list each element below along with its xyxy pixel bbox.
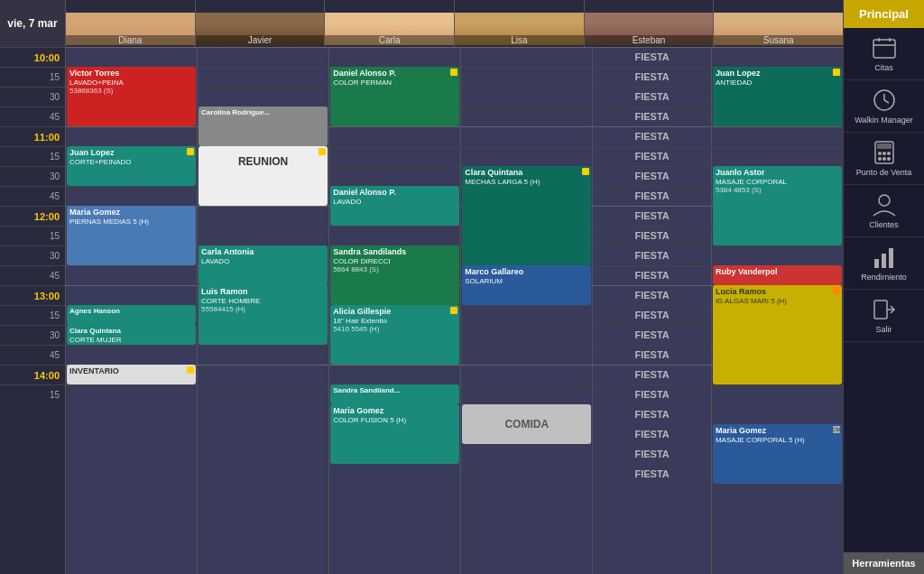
sidebar-item-walkin[interactable]: Walkin Manager	[844, 80, 924, 133]
lane-diana: Victor Torres LAVADO+PEINA 53868363 (S) …	[65, 47, 197, 574]
appt-lucia-ramos[interactable]: Lucia Ramos IG ALGAS MARI 5 (H)	[713, 285, 842, 384]
svg-point-10	[882, 152, 886, 155]
sidebar-item-clientes[interactable]: Clientes	[844, 185, 924, 237]
svg-point-13	[882, 157, 886, 161]
appt-ruby-vanderpol[interactable]: Ruby Vanderpol	[713, 265, 842, 285]
svg-point-11	[887, 152, 891, 155]
svg-line-6	[884, 100, 889, 103]
appt-maria-gomez-diana[interactable]: Maria Gomez PIERNAS MEDIAS 5 (H)	[67, 206, 196, 265]
date-header: vie, 7 mar	[0, 0, 65, 47]
svg-rect-18	[889, 248, 893, 268]
sidebar-walkin-label: Walkin Manager	[855, 116, 913, 125]
lane-javier: Carolina Rodrigue... REUNION Carla Anton…	[197, 47, 328, 574]
appt-inventario[interactable]: INVENTARIO	[67, 365, 196, 384]
svg-point-15	[879, 195, 890, 206]
appt-victor-torres[interactable]: Victor Torres LAVADO+PEINA 53868363 (S)	[67, 67, 196, 126]
header-row: vie, 7 mar Diana Javier Carla Lisa	[0, 0, 843, 47]
appt-reunion[interactable]: REUNION	[199, 146, 328, 206]
time-column: 10:00 15 30 45 11:00 15 30 45 12:00 15 3…	[0, 47, 65, 574]
appt-daniel-alonso-lavado[interactable]: Daniel Alonso P. LAVADO	[330, 186, 459, 226]
chart-icon	[870, 245, 899, 270]
appt-luis-ramon[interactable]: Luis Ramon CORTE HOMBRE 55584415 (H)	[199, 285, 328, 345]
staff-carla[interactable]: Carla	[324, 0, 454, 47]
appt-maria-gomez-susana[interactable]: CM Maria Gomez MASAJE CORPORAL 5 (H)	[713, 424, 842, 484]
appt-carolina[interactable]: Carolina Rodrigue...	[199, 106, 328, 146]
appt-sandra-sandilands2[interactable]: Sandra Sandiland...	[330, 384, 459, 404]
sidebar-item-rendimiento[interactable]: Rendimiento	[844, 237, 924, 290]
svg-rect-17	[882, 254, 886, 268]
staff-header: Diana Javier Carla Lisa Esteban	[65, 0, 843, 47]
staff-esteban[interactable]: Esteban	[584, 0, 714, 47]
calendar-body: 10:00 15 30 45 11:00 15 30 45 12:00 15 3…	[0, 47, 843, 574]
svg-point-9	[878, 152, 882, 155]
clock-icon	[870, 88, 899, 113]
main-area: vie, 7 mar Diana Javier Carla Lisa	[0, 0, 843, 574]
sidebar-item-salir[interactable]: Salir	[844, 290, 924, 342]
appt-sandra-sandilands-color[interactable]: Sandra Sandilands COLOR DIRECCI 5664 884…	[330, 245, 459, 305]
appt-agnes-hanson[interactable]: Agnes Hanson	[67, 305, 196, 325]
appt-maria-gomez-carla[interactable]: Maria Gomez COLOR FUSION 5 (H)	[330, 404, 459, 464]
svg-rect-16	[874, 259, 879, 268]
calendar-icon	[870, 35, 899, 60]
staff-diana[interactable]: Diana	[65, 0, 195, 47]
sidebar: Principal Citas Walkin Manager	[843, 0, 924, 574]
svg-rect-8	[877, 144, 892, 149]
appt-juan-lopez-susana[interactable]: Juan Lopez ANTIEDAD	[713, 67, 842, 126]
sidebar-punto-label: Punto de Venta	[856, 168, 912, 177]
grid-area: Victor Torres LAVADO+PEINA 53868363 (S) …	[65, 47, 843, 574]
appt-clara-quintana-lisa[interactable]: Clara Quintana MECHAS LARGA 5 (H)	[462, 166, 591, 265]
svg-rect-0	[873, 40, 895, 58]
svg-rect-19	[874, 301, 887, 319]
appt-alicia-gillespie[interactable]: Alicia Gillespie 18" Hair Extentio 5410 …	[330, 305, 459, 365]
sidebar-title: Principal	[844, 0, 924, 28]
appt-daniel-alonso-color[interactable]: Daniel Alonso P. COLOR PERMAN	[330, 67, 459, 126]
appt-clara-quintana-diana[interactable]: Clara Quintana CORTE MUJER	[67, 325, 196, 345]
staff-susana[interactable]: Susana	[713, 0, 843, 47]
lane-susana: Juan Lopez ANTIEDAD Juanlo Astor MASAJE …	[711, 47, 843, 574]
sidebar-rendimiento-label: Rendimiento	[861, 273, 907, 282]
staff-lisa[interactable]: Lisa	[454, 0, 584, 47]
sidebar-clientes-label: Clientes	[869, 220, 899, 229]
sidebar-footer[interactable]: Herramientas	[844, 552, 924, 574]
staff-javier[interactable]: Javier	[195, 0, 325, 47]
sidebar-item-punto[interactable]: Punto de Venta	[844, 133, 924, 185]
appt-juan-lopez-diana[interactable]: Juan Lopez CORTE+PEINADO	[67, 146, 196, 186]
lane-carla: Daniel Alonso P. COLOR PERMAN Daniel Alo…	[328, 47, 460, 574]
appt-marco-gallareo[interactable]: Marco Gallareo SOLARIUM	[462, 265, 591, 305]
sidebar-item-citas[interactable]: Citas	[844, 28, 924, 80]
svg-point-14	[887, 157, 891, 161]
lane-lisa: Clara Quintana MECHAS LARGA 5 (H) Marco …	[460, 47, 592, 574]
appt-carla-antonia[interactable]: Carla Antonia LAVADO	[199, 245, 328, 285]
person-icon	[870, 192, 899, 218]
appt-comida[interactable]: COMIDA	[462, 404, 591, 444]
exit-icon	[870, 297, 899, 322]
sidebar-salir-label: Salir	[875, 325, 892, 334]
sidebar-citas-label: Citas	[874, 63, 893, 72]
appt-juanlo-astor[interactable]: Juanlo Astor MASAJE CORPORAL 5384 4853 (…	[713, 166, 842, 245]
svg-point-12	[878, 157, 882, 161]
lane-fiesta: FIESTA FIESTA FIESTA FIESTA FIESTA FIEST…	[592, 47, 711, 574]
calculator-icon	[870, 140, 899, 165]
